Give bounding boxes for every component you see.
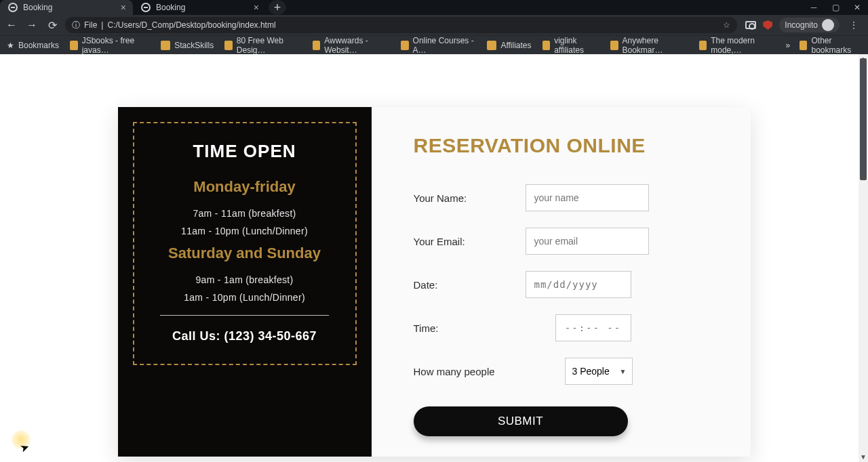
globe-icon [8,3,18,12]
booking-card: TIME OPEN Monday-friday 7am - 11am (brea… [118,107,751,457]
scroll-down-icon[interactable]: ▼ [859,453,868,462]
bookmark-item[interactable]: JSbooks - free javas… [70,36,150,55]
bookmark-label: Affiliates [500,41,531,50]
reservation-form: RESERVATION ONLINE Your Name: Your Email… [372,107,751,457]
email-label: Your Email: [414,236,526,247]
tab-title: Booking [156,3,185,12]
bookmarks-bar: ★Bookmarks JSbooks - free javas… StackSk… [0,35,868,54]
bookmark-item[interactable]: Anywhere Bookmar… [610,36,688,55]
menu-button[interactable]: ⋮ [846,18,861,33]
weekend-heading: Saturday and Sunday [146,245,343,262]
reload-button[interactable]: ⟳ [45,18,60,33]
bookmark-label: StackSkills [174,41,214,50]
other-bookmarks[interactable]: Other bookmarks [800,36,861,55]
people-selected-value: 3 People [572,366,610,377]
bookmarks-overflow[interactable]: » [786,41,791,50]
scroll-thumb[interactable] [860,58,867,180]
hours-line: 7am - 11am (breakfest) [146,208,343,219]
bookmark-label: JSbooks - free javas… [82,36,150,55]
maximize-button[interactable]: ▢ [825,0,846,15]
name-label: Your Name: [414,192,526,204]
back-button[interactable]: ← [4,18,19,33]
hours-line: 1am - 10pm (Lunch/Dinner) [146,292,343,303]
bookmark-label: Anywhere Bookmar… [623,36,688,55]
bookmark-item[interactable]: StackSkills [161,41,214,50]
forward-button[interactable]: → [24,18,39,33]
close-button[interactable]: ✕ [846,0,868,15]
bookmark-item[interactable]: ★Bookmarks [7,41,59,50]
incognito-label: Incognito [785,20,818,30]
bookmark-label: The modern mode,… [711,36,774,55]
bookmark-item[interactable]: Awwwards - Websit… [313,36,390,55]
submit-button[interactable]: SUBMIT [414,406,628,436]
hours-line: 11am - 10pm (Lunch/Dinner) [146,226,343,236]
camera-icon[interactable] [745,21,756,29]
bookmark-label: Bookmarks [18,41,59,50]
tab-2[interactable]: Booking × [133,0,266,15]
bookmark-label: viglink affiliates [554,36,599,55]
bookmark-item[interactable]: The modern mode,… [699,36,775,55]
bookmark-star-icon[interactable]: ☆ [723,20,730,30]
people-label: How many people [414,366,508,377]
bookmark-item[interactable]: 80 Free Web Desig… [224,36,301,55]
weekday-heading: Monday-friday [146,178,343,196]
new-tab-button[interactable]: + [269,0,286,15]
call-us: Call Us: (123) 34-50-667 [146,329,343,343]
info-icon: ⓘ [72,20,80,31]
bookmark-item[interactable]: Online Courses - A… [401,36,476,55]
url-scheme: File [84,20,97,30]
chevron-down-icon: ▼ [620,368,627,375]
date-input[interactable] [526,271,631,298]
scrollbar[interactable]: ▲ ▼ [859,54,868,462]
bookmark-label: 80 Free Web Desig… [237,36,302,55]
bookmark-label: Online Courses - A… [413,36,477,55]
bookmark-label: Awwwards - Websit… [324,36,390,55]
hours-title: TIME OPEN [146,141,343,162]
email-input[interactable] [526,228,649,255]
hours-frame: TIME OPEN Monday-friday 7am - 11am (brea… [133,122,357,365]
toolbar: ← → ⟳ ⓘ File | C:/Users/D_Comp/Desktop/b… [0,15,868,35]
close-icon[interactable]: × [254,2,259,13]
form-title: RESERVATION ONLINE [414,134,709,157]
incognito-icon [822,19,834,31]
divider [160,315,329,316]
tab-1[interactable]: Booking × [0,0,133,15]
close-icon[interactable]: × [121,2,126,13]
page-viewport: TIME OPEN Monday-friday 7am - 11am (brea… [0,54,868,462]
bookmark-item[interactable]: viglink affiliates [542,36,599,55]
date-label: Date: [414,279,508,291]
window-controls: ─ ▢ ✕ [803,0,868,15]
tab-title: Booking [23,3,52,12]
minimize-button[interactable]: ─ [803,0,825,15]
hours-line: 9am - 1am (breakfest) [146,274,343,285]
tab-strip: Booking × Booking × + ─ ▢ ✕ [0,0,868,15]
url-path: C:/Users/D_Comp/Desktop/booking/index.ht… [107,20,275,30]
shield-icon[interactable] [763,20,772,30]
time-input[interactable] [555,314,631,341]
people-select[interactable]: 3 People ▼ [565,358,633,385]
time-label: Time: [414,322,508,334]
name-input[interactable] [526,184,649,211]
address-bar[interactable]: ⓘ File | C:/Users/D_Comp/Desktop/booking… [65,17,737,33]
globe-icon [141,3,151,12]
bookmark-item[interactable]: Affiliates [487,41,531,50]
hours-panel: TIME OPEN Monday-friday 7am - 11am (brea… [118,107,372,457]
bookmark-label: Other bookmarks [811,36,861,55]
incognito-badge: Incognito [779,18,840,33]
